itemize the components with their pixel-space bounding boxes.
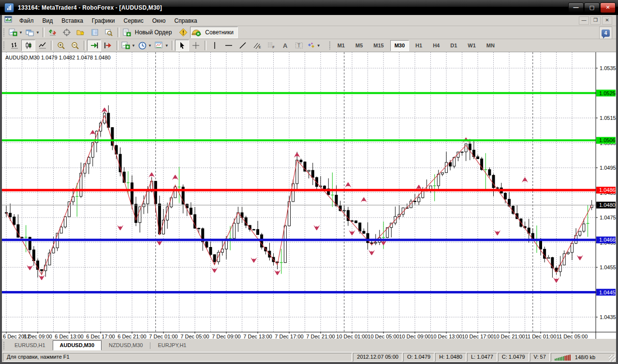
- up-candle: [44, 265, 47, 271]
- toolbar-grip[interactable]: [3, 28, 5, 37]
- vertical-line-icon: [211, 42, 218, 49]
- timeframe-h4-button[interactable]: H4: [428, 40, 444, 51]
- menu-item-1[interactable]: Вид: [38, 16, 58, 25]
- up-candle: [583, 224, 585, 231]
- cursor-button[interactable]: [175, 40, 189, 51]
- toolbar-separator: [43, 28, 44, 37]
- auto-scroll-button[interactable]: [87, 40, 101, 51]
- metaeditor-button[interactable]: [176, 27, 190, 38]
- chart-canvas[interactable]: 1.05351.05251.05151.05051.04951.04851.04…: [2, 52, 616, 339]
- bar-chart-button[interactable]: [7, 40, 21, 51]
- zoom-in-button[interactable]: [54, 40, 68, 51]
- toolbar-grip[interactable]: [3, 41, 5, 50]
- timeframe-h1-button[interactable]: H1: [411, 40, 427, 51]
- mdi-minimize-button[interactable]: —: [579, 16, 589, 25]
- trendline-button[interactable]: [236, 40, 250, 51]
- new-chart-button[interactable]: ▼: [7, 27, 24, 38]
- down-candle: [324, 186, 326, 189]
- up-candle: [139, 207, 141, 223]
- menu-item-3[interactable]: Графики: [88, 16, 119, 25]
- up-candle: [567, 252, 569, 254]
- up-candle: [88, 157, 90, 163]
- zoom-in-icon: [57, 42, 65, 50]
- timeframe-mn-button[interactable]: MN: [482, 40, 499, 51]
- mdi-restore-button[interactable]: ❐: [590, 16, 601, 25]
- equidistant-channel-button[interactable]: E: [250, 40, 264, 51]
- window-border-bottom: [0, 362, 618, 364]
- up-candle: [52, 248, 55, 253]
- timeframe-m5-button[interactable]: M5: [351, 40, 367, 51]
- expert-advisors-button[interactable]: Советники: [190, 27, 238, 38]
- market-watch-button[interactable]: [46, 27, 60, 38]
- indicators-button[interactable]: ▼: [120, 40, 137, 51]
- down-candle: [119, 154, 121, 172]
- text-button[interactable]: A: [278, 40, 292, 51]
- profiles-button[interactable]: ▼: [24, 27, 41, 38]
- down-candle: [21, 237, 23, 238]
- timeframe-m1-button[interactable]: M1: [333, 40, 349, 51]
- down-candle: [414, 201, 416, 202]
- data-window-button[interactable]: [60, 27, 74, 38]
- notifications-button[interactable]: 4: [599, 27, 612, 39]
- status-volume-value: V: 57: [530, 353, 550, 362]
- horizontal-line-button[interactable]: [222, 40, 236, 51]
- menu-item-5[interactable]: Окно: [148, 16, 170, 25]
- menu-bar: ФайлВидВставкаГрафикиСервисОкноСправка —…: [2, 15, 616, 26]
- down-candle: [540, 241, 542, 249]
- menu-item-0[interactable]: Файл: [15, 16, 38, 25]
- price-tick-label: 1.0515: [600, 115, 616, 121]
- timeframe-m15-button[interactable]: M15: [369, 40, 388, 51]
- text-label-button[interactable]: T: [292, 40, 306, 51]
- toolbar-grip[interactable]: [329, 41, 331, 50]
- timeframe-m30-button[interactable]: M30: [390, 40, 409, 51]
- menu-item-2[interactable]: Вставка: [57, 16, 88, 25]
- up-candle: [374, 242, 377, 243]
- connection-strength-icon: [555, 354, 571, 361]
- vertical-line-button[interactable]: [208, 40, 222, 51]
- chart-shift-button[interactable]: [101, 40, 115, 51]
- chart-tab-eurjpy-h1[interactable]: EURJPY,H1: [150, 340, 193, 350]
- zoom-out-button[interactable]: [68, 40, 82, 51]
- up-candle: [64, 217, 66, 227]
- status-high-value: H: 1.0480: [435, 353, 466, 362]
- periods-button[interactable]: ▼: [137, 40, 153, 51]
- chart-tab-audusd-m30[interactable]: AUDUSD,M30: [53, 340, 102, 350]
- status-traffic: 148/0 kb: [575, 354, 595, 361]
- timeframe-d1-button[interactable]: D1: [446, 40, 461, 51]
- new-chart-icon: [9, 29, 17, 36]
- svg-text:E: E: [259, 45, 261, 49]
- navigator-button[interactable]: [74, 27, 88, 38]
- bar-chart-icon: [11, 42, 18, 49]
- menu-item-4[interactable]: Сервис: [119, 16, 148, 25]
- tabs-grip[interactable]: [3, 341, 5, 350]
- chart-tab-eurusd-h1[interactable]: EURUSD,H1: [7, 340, 53, 350]
- down-candle: [488, 170, 491, 175]
- menu-item-6[interactable]: Справка: [170, 16, 202, 25]
- mdi-close-button[interactable]: ✕: [602, 16, 612, 25]
- fibonacci-button[interactable]: F: [264, 40, 278, 51]
- crosshair-button[interactable]: [189, 40, 203, 51]
- line-chart-button[interactable]: [35, 40, 49, 51]
- strategy-tester-button[interactable]: [102, 27, 116, 38]
- dropdown-arrow-icon: ▼: [165, 44, 169, 48]
- channel-icon: E: [253, 42, 261, 49]
- down-candle: [111, 128, 114, 146]
- candlestick-chart-button[interactable]: [21, 40, 35, 51]
- chart-tab-nzdusd-m30[interactable]: NZDUSD,M30: [102, 340, 150, 350]
- timeframe-w1-button[interactable]: W1: [463, 40, 480, 51]
- arrows-button[interactable]: ▼: [306, 40, 322, 51]
- maximize-button[interactable]: ▢: [584, 2, 600, 13]
- standard-toolbar: ▼ ▼ Новый Ордер Советники: [2, 26, 616, 39]
- minimize-button[interactable]: —: [568, 2, 584, 13]
- resize-grip[interactable]: [609, 355, 616, 362]
- new-order-button[interactable]: Новый Ордер: [121, 27, 176, 38]
- up-candle: [233, 223, 235, 238]
- terminal-button[interactable]: [88, 27, 102, 38]
- close-button[interactable]: ✕: [600, 2, 616, 13]
- text-label-icon: T: [295, 42, 303, 49]
- templates-button[interactable]: ▼: [153, 40, 170, 51]
- strategy-tester-icon: [105, 29, 113, 36]
- level-price-badge-text: 1.0525: [599, 90, 616, 96]
- trendline-icon: [239, 42, 247, 49]
- dropdown-arrow-icon: ▼: [317, 44, 321, 48]
